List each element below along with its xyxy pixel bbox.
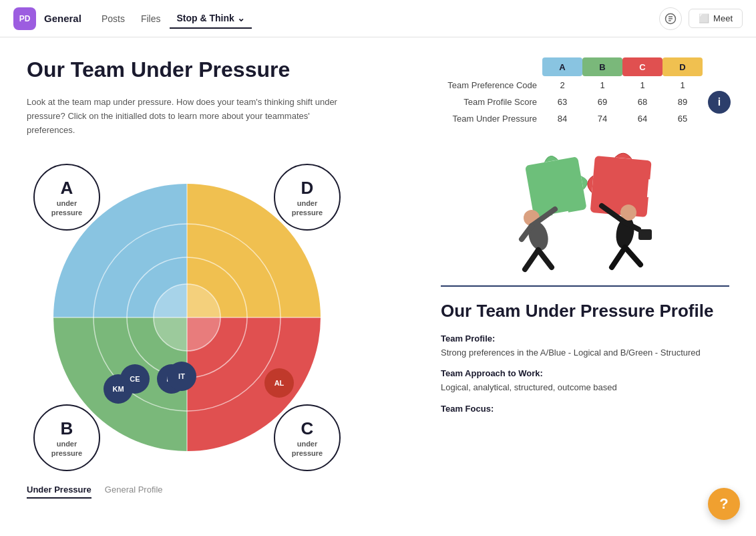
cell-pressure-a: 84 xyxy=(542,111,582,126)
right-panel: A B C D Team Preference Code 2 1 1 1 i T… xyxy=(441,57,729,499)
meet-button[interactable]: ⬜ Meet xyxy=(689,9,743,28)
nav-posts[interactable]: Posts xyxy=(95,9,132,28)
info-button[interactable]: i xyxy=(708,91,731,114)
quadrant-label-a: A underpressure xyxy=(33,164,100,231)
page-description: Look at the team map under pressure. How… xyxy=(27,96,347,137)
cell-score-c: 68 xyxy=(622,94,663,110)
svg-rect-22 xyxy=(638,229,652,240)
tab-general-profile[interactable]: General Profile xyxy=(105,485,163,499)
help-button[interactable]: ? xyxy=(708,488,740,519)
left-panel: Our Team Under Pressure Look at the team… xyxy=(27,57,414,499)
team-focus-section: Team Focus: xyxy=(441,404,729,414)
nav-stop-think[interactable]: Stop & Think ⌄ xyxy=(170,9,251,29)
team-map-chart: A underpressure D underpressure B underp… xyxy=(27,157,347,478)
cell-score-d: 89 xyxy=(663,94,703,110)
svg-line-20 xyxy=(612,247,625,267)
svg-line-13 xyxy=(538,250,552,267)
cell-score-b: 69 xyxy=(582,94,622,110)
team-focus-title: Team Focus: xyxy=(441,404,729,414)
nav-links: Posts Files Stop & Think ⌄ xyxy=(95,9,252,29)
row-label-preference: Team Preference Code xyxy=(441,80,542,90)
row-label-score: Team Profile Score xyxy=(441,97,542,107)
nav-files[interactable]: Files xyxy=(134,9,168,28)
quadrant-label-d: D underpressure xyxy=(274,164,341,231)
svg-rect-7 xyxy=(552,211,570,227)
tab-under-pressure[interactable]: Under Pressure xyxy=(27,485,91,499)
svg-line-21 xyxy=(625,247,640,265)
quadrant-label-c: C underpressure xyxy=(274,404,341,471)
avatar: PD xyxy=(13,7,36,30)
cell-pressure-d: 65 xyxy=(663,111,703,126)
message-icon-btn[interactable] xyxy=(659,7,682,30)
svg-rect-14 xyxy=(590,156,652,217)
chevron-down-icon: ⌄ xyxy=(237,13,245,23)
meet-icon: ⬜ xyxy=(699,13,709,23)
profile-section: Our Team Under Pressure Profile Team Pro… xyxy=(441,300,729,414)
cell-pref-b: 1 xyxy=(582,78,622,93)
cell-pref-a: 2 xyxy=(542,78,582,93)
col-header-a: A xyxy=(542,57,582,76)
quadrant-label-b: B underpressure xyxy=(33,404,100,471)
cell-pref-d: 1 xyxy=(663,78,703,93)
row-label-pressure: Team Under Pressure xyxy=(441,114,542,124)
data-grid: A B C D Team Preference Code 2 1 1 1 i T… xyxy=(441,57,729,126)
col-header-b: B xyxy=(582,57,622,76)
nav-bar: PD General Posts Files Stop & Think ⌄ ⬜ … xyxy=(0,0,756,37)
cell-pressure-c: 64 xyxy=(622,111,663,126)
data-table-section: A B C D Team Preference Code 2 1 1 1 i T… xyxy=(441,57,729,126)
cell-score-a: 63 xyxy=(542,94,582,110)
nav-right: ⬜ Meet xyxy=(659,7,743,30)
col-header-d: D xyxy=(663,57,703,76)
main-content: Our Team Under Pressure Look at the team… xyxy=(0,37,756,519)
cell-pressure-b: 74 xyxy=(582,111,622,126)
profile-heading: Our Team Under Pressure Profile xyxy=(441,300,729,323)
team-profile-title: Team Profile: xyxy=(441,333,729,344)
team-profile-section: Team Profile: Strong preferences in the … xyxy=(441,333,729,360)
illustration-area xyxy=(441,140,729,287)
svg-rect-15 xyxy=(647,179,662,198)
team-profile-text: Strong preferences in the A/Blue - Logic… xyxy=(441,346,729,360)
team-approach-title: Team Approach to Work: xyxy=(441,368,729,378)
puzzle-illustration xyxy=(492,146,679,279)
team-approach-text: Logical, analytical, structured, outcome… xyxy=(441,381,729,394)
svg-line-12 xyxy=(525,250,538,269)
col-header-c: C xyxy=(622,57,663,76)
page-title: Our Team Under Pressure xyxy=(27,57,414,82)
tab-strip: Under Pressure General Profile xyxy=(27,485,414,499)
team-approach-section: Team Approach to Work: Logical, analytic… xyxy=(441,368,729,394)
cell-pref-c: 1 xyxy=(622,78,663,93)
app-title: General xyxy=(44,13,81,24)
